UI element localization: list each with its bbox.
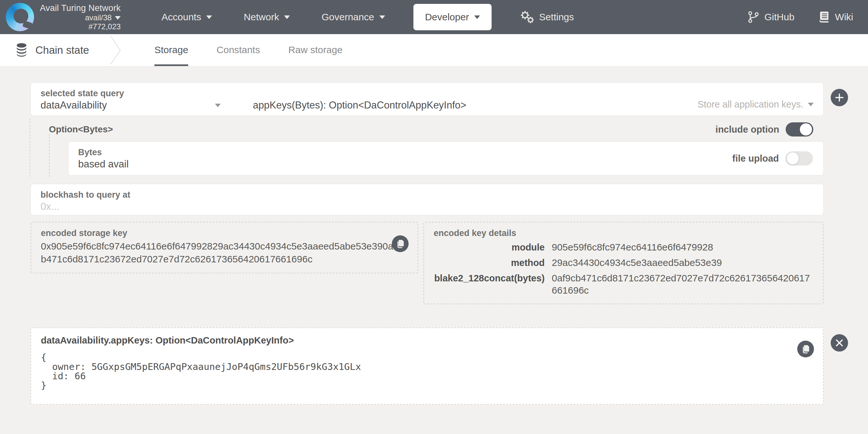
chevron-down-icon (379, 16, 385, 19)
bytes-input[interactable] (78, 158, 732, 171)
bytes-param-box: Bytes file upload (68, 141, 824, 175)
section-head: Chain state (15, 34, 108, 66)
avail-logo-icon (6, 3, 34, 31)
query-hint-text: Store all application keys. (698, 99, 803, 110)
chevron-down-icon (474, 16, 480, 19)
option-type-label: Option<Bytes> (49, 124, 113, 135)
network-brand[interactable]: Avail Turing Network avail/38 #772,023 (6, 3, 141, 31)
sub-nav: Chain state Storage Constants Raw storag… (0, 34, 868, 66)
key-detail-row: blake2_128concat(bytes) 0af9cb471c6d8171… (434, 272, 813, 296)
network-title: Avail Turing Network (40, 3, 121, 13)
include-option-label: include option (715, 124, 779, 135)
copy-result-button[interactable] (797, 341, 814, 357)
gear-icon (520, 11, 534, 24)
chevron-down-icon (284, 16, 290, 19)
encoded-key-details-box: encoded key details module 905e59f6c8fc9… (423, 222, 824, 304)
git-branch-icon (748, 11, 759, 23)
menu-item-network[interactable]: Network (244, 11, 290, 23)
encoded-storage-key-label: encoded storage key (41, 228, 408, 238)
pallet-value: dataAvailability (40, 99, 107, 112)
chevron-down-icon (206, 16, 212, 19)
method-select[interactable]: appKeys(Bytes): Option<DaControlAppKeyIn… (253, 99, 466, 110)
detail-value: 905e59f6c8fc974ec64116e6f6479928 (552, 241, 813, 253)
option-param-section: Option<Bytes> include option Bytes file … (31, 116, 824, 179)
query-label: selected state query (40, 88, 221, 99)
encoded-storage-key-value: 0x905e59f6c8fc974ec64116e6f647992829ac34… (41, 240, 408, 266)
detail-key: module (434, 241, 545, 253)
blockhash-box: blockhash to query at (31, 184, 824, 215)
close-result-button[interactable] (831, 334, 848, 352)
network-version: avail/38 (85, 13, 112, 22)
detail-key: method (434, 257, 545, 269)
toggle-knob (800, 123, 812, 136)
network-version-selector[interactable]: avail/38 (85, 13, 121, 22)
copy-icon (396, 239, 405, 249)
content: selected state query dataAvailability ap… (0, 66, 868, 405)
detail-value: 0af9cb471c6d8171c23672ed7027e7d72c626173… (552, 272, 813, 296)
chevron-down-icon (115, 16, 121, 20)
tab-storage[interactable]: Storage (154, 34, 188, 66)
key-detail-row: module 905e59f6c8fc974ec64116e6f6479928 (434, 241, 813, 253)
external-links: GitHub Wiki (748, 11, 853, 23)
result-output: { owner: 5GGxpsGM5pERGAPqPxaaunejJoP4qGm… (41, 353, 813, 390)
chevron-down-icon (808, 103, 814, 106)
pallet-select[interactable]: dataAvailability (40, 99, 221, 112)
copy-icon (801, 344, 810, 354)
copy-storage-key-button[interactable] (392, 235, 409, 252)
menu-item-settings[interactable]: Settings (520, 11, 574, 24)
include-option-toggle[interactable] (786, 122, 813, 137)
query-result-section: dataAvailability.appKeys: Option<DaContr… (31, 327, 824, 405)
blockhash-input[interactable] (40, 200, 814, 213)
menu-item-governance[interactable]: Governance (321, 11, 385, 23)
page-title: Chain state (35, 44, 89, 56)
detail-value: 29ac34430c4934c5e3aaeed5abe53e39 (552, 257, 813, 269)
wiki-link[interactable]: Wiki (819, 11, 853, 23)
toggle-knob (786, 152, 799, 165)
nesting-guide (30, 118, 30, 177)
tab-bar: Storage Constants Raw storage (154, 34, 343, 66)
file-upload-toggle[interactable] (785, 151, 813, 166)
close-icon (835, 339, 843, 347)
menu-item-accounts[interactable]: Accounts (161, 11, 212, 23)
menu-item-developer-active[interactable]: Developer (413, 4, 492, 30)
book-icon (819, 11, 830, 23)
query-result-box: dataAvailability.appKeys: Option<DaContr… (31, 327, 824, 405)
block-number: #772,023 (89, 22, 121, 31)
result-title: dataAvailability.appKeys: Option<DaContr… (41, 335, 813, 346)
add-query-button[interactable] (831, 89, 848, 106)
github-link[interactable]: GitHub (748, 11, 794, 23)
key-detail-row: method 29ac34430c4934c5e3aaeed5abe53e39 (434, 257, 813, 269)
encoded-storage-key-box: encoded storage key 0x905e59f6c8fc974ec6… (31, 222, 418, 273)
database-icon (15, 43, 28, 58)
blockhash-label: blockhash to query at (40, 189, 814, 200)
encoded-key-details-label: encoded key details (434, 228, 813, 238)
file-upload-label: file upload (732, 151, 779, 166)
tab-constants[interactable]: Constants (217, 34, 260, 66)
bytes-label: Bytes (78, 147, 732, 158)
chevron-down-icon (215, 104, 221, 107)
tab-raw-storage[interactable]: Raw storage (288, 34, 342, 66)
main-menu: Accounts Network Governance Developer (161, 4, 574, 30)
selected-state-query-box: selected state query dataAvailability ap… (31, 82, 824, 116)
top-nav: Avail Turing Network avail/38 #772,023 A… (0, 0, 868, 34)
nesting-guide (49, 134, 50, 177)
plus-icon (835, 93, 844, 102)
query-hint-select[interactable]: Store all application keys. (698, 99, 814, 110)
chevron-divider (108, 35, 125, 65)
detail-key: blake2_128concat(bytes) (434, 272, 545, 296)
